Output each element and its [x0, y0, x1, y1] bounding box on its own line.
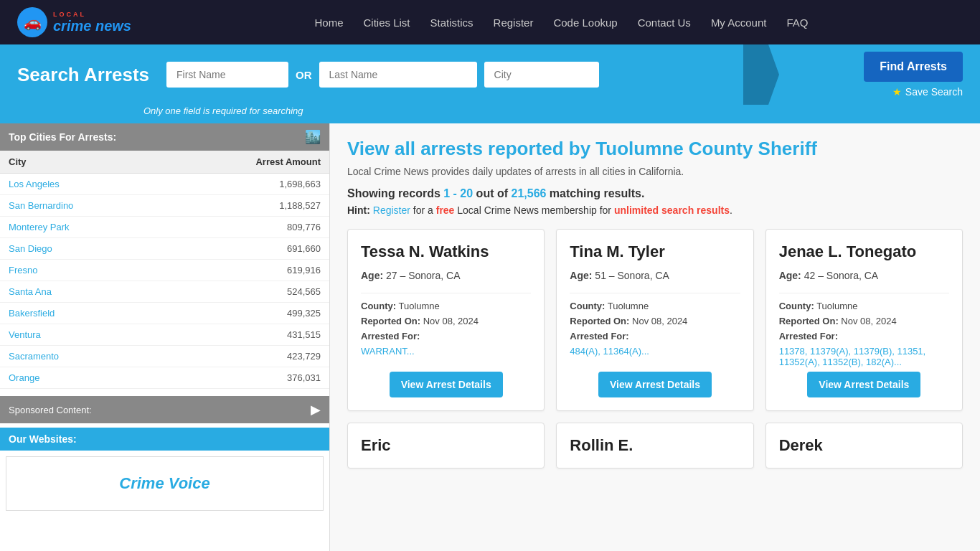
logo-local-text: LOCAL	[53, 11, 131, 18]
card-1-county: County: Tuolumne	[570, 301, 740, 311]
card-2-age: Age: 42 – Sonora, CA	[779, 270, 949, 281]
table-row: Los Angeles 1,698,663	[0, 174, 329, 195]
nav-home[interactable]: Home	[315, 17, 344, 29]
partial-2-name: Derek	[779, 436, 949, 455]
table-row: San Diego 691,660	[0, 238, 329, 260]
city-link[interactable]: Orange	[9, 372, 39, 383]
arrest-card-partial-1: Rollin E.	[556, 423, 753, 468]
city-link[interactable]: Sacramento	[9, 351, 59, 362]
partial-1-name: Rollin E.	[570, 436, 740, 455]
logo-brand-text: crime news	[53, 18, 131, 34]
card-1-arrested: Arrested For:	[570, 331, 740, 342]
table-row: Bakersfield 499,325	[0, 303, 329, 324]
nav-statistics[interactable]: Statistics	[430, 17, 473, 29]
arrest-col-header: Arrest Amount	[164, 151, 329, 174]
last-name-input[interactable]	[319, 62, 477, 88]
city-link[interactable]: Monterey Park	[9, 222, 70, 232]
save-search-label: Save Search	[905, 86, 963, 98]
arrow-divider	[743, 44, 779, 105]
card-1-age: Age: 51 – Sonora, CA	[570, 270, 740, 281]
city-link[interactable]: Santa Ana	[9, 286, 52, 297]
card-1-btn[interactable]: View Arrest Details	[598, 372, 712, 397]
card-0-btn[interactable]: View Arrest Details	[390, 372, 503, 397]
card-1-name: Tina M. Tyler	[570, 242, 740, 261]
nav-contact-us[interactable]: Contact Us	[638, 17, 691, 29]
city-input[interactable]	[484, 62, 599, 88]
table-row: Fresno 619,916	[0, 260, 329, 281]
table-row: Ventura 431,515	[0, 324, 329, 346]
crime-voice-box[interactable]: Crime Voice	[6, 456, 324, 511]
city-link[interactable]: Fresno	[9, 265, 37, 276]
star-icon: ★	[892, 86, 902, 98]
sidebar: Top Cities For Arrests: 🏙️ City Arrest A…	[0, 123, 330, 551]
or-label: OR	[296, 69, 312, 81]
card-2-county: County: Tuolumne	[779, 301, 949, 311]
subtitle: Local Crime News provides daily updates …	[347, 166, 963, 177]
results-count: 21,566	[511, 187, 546, 199]
main-layout: Top Cities For Arrests: 🏙️ City Arrest A…	[0, 123, 980, 551]
arrest-card-partial-0: Eric	[347, 423, 545, 468]
card-0-charges[interactable]: WARRANT...	[361, 346, 531, 357]
nav-my-account[interactable]: My Account	[711, 17, 767, 29]
nav-faq[interactable]: FAQ	[786, 17, 808, 29]
table-row: Orange 376,031	[0, 367, 329, 389]
card-2-btn[interactable]: View Arrest Details	[807, 372, 920, 397]
cards-row-1: Tessa N. Watkins Age: 27 – Sonora, CA Co…	[347, 229, 963, 411]
main-content: View all arrests reported by Tuolumne Co…	[330, 123, 980, 551]
register-link[interactable]: Register	[373, 204, 410, 216]
card-0-name: Tessa N. Watkins	[361, 242, 531, 261]
card-2-reported: Reported On: Nov 08, 2024	[779, 316, 949, 326]
card-2-name: Jenae L. Tonegato	[779, 242, 949, 261]
table-row: San Bernardino 1,188,527	[0, 195, 329, 217]
our-websites-header: Our Websites:	[0, 428, 329, 451]
arrest-card-partial-2: Derek	[765, 423, 963, 468]
top-cities-header: Top Cities For Arrests: 🏙️	[0, 123, 329, 151]
city-col-header: City	[0, 151, 164, 174]
city-link[interactable]: San Bernardino	[9, 200, 73, 211]
card-2-arrested: Arrested For:	[779, 331, 949, 342]
card-1-charges[interactable]: 484(A), 11364(A)...	[570, 346, 740, 357]
city-link[interactable]: Ventura	[9, 329, 41, 340]
arrest-card-1: Tina M. Tyler Age: 51 – Sonora, CA Count…	[556, 229, 753, 411]
card-2-charges[interactable]: 11378, 11379(A), 11379(B), 11351, 11352(…	[779, 346, 949, 367]
first-name-input[interactable]	[166, 62, 288, 88]
sponsored-section: Sponsored Content: ▶	[0, 396, 329, 423]
table-row: Santa Ana 524,565	[0, 281, 329, 303]
logo[interactable]: 🚗 LOCAL crime news	[17, 7, 131, 37]
find-arrests-button[interactable]: Find Arrests	[864, 52, 963, 82]
our-websites-label: Our Websites:	[9, 433, 77, 445]
cards-row-2: Eric Rollin E. Derek	[347, 423, 963, 468]
card-0-age: Age: 27 – Sonora, CA	[361, 270, 531, 281]
search-title: Search Arrests	[17, 64, 149, 86]
nav-links: Home Cities List Statistics Register Cod…	[160, 17, 963, 29]
play-icon[interactable]: ▶	[311, 402, 321, 418]
arrest-card-0: Tessa N. Watkins Age: 27 – Sonora, CA Co…	[347, 229, 545, 411]
arrest-card-2: Jenae L. Tonegato Age: 42 – Sonora, CA C…	[765, 229, 963, 411]
city-link[interactable]: San Diego	[9, 243, 52, 254]
results-range: 1 - 20	[443, 187, 473, 199]
partial-0-name: Eric	[361, 436, 531, 455]
card-1-reported: Reported On: Nov 08, 2024	[570, 316, 740, 326]
city-icon: 🏙️	[305, 129, 321, 145]
nav-register[interactable]: Register	[494, 17, 534, 29]
nav-code-lookup[interactable]: Code Lookup	[553, 17, 617, 29]
card-0-reported: Reported On: Nov 08, 2024	[361, 316, 531, 326]
card-0-arrested: Arrested For:	[361, 331, 531, 342]
search-bar: Search Arrests OR Find Arrests ★ Save Se…	[0, 44, 980, 105]
hint-line: Hint: Register for a free Local Crime Ne…	[347, 204, 963, 216]
table-row: Monterey Park 809,776	[0, 217, 329, 238]
search-hint: Only one field is required for searching	[0, 105, 980, 123]
crime-voice-name: Crime Voice	[119, 474, 209, 492]
table-row: Sacramento 423,729	[0, 346, 329, 367]
results-summary: Showing records 1 - 20 out of 21,566 mat…	[347, 187, 963, 200]
page-title: View all arrests reported by Tuolumne Co…	[347, 138, 963, 160]
nav-cities-list[interactable]: Cities List	[364, 17, 410, 29]
top-cities-label: Top Cities For Arrests:	[9, 131, 116, 143]
top-navigation: 🚗 LOCAL crime news Home Cities List Stat…	[0, 0, 980, 44]
card-0-county: County: Tuolumne	[361, 301, 531, 311]
save-search-link[interactable]: ★ Save Search	[892, 86, 963, 98]
city-link[interactable]: Los Angeles	[9, 179, 60, 189]
city-link[interactable]: Bakersfield	[9, 308, 55, 319]
sponsored-label: Sponsored Content:	[9, 405, 92, 415]
logo-icon: 🚗	[17, 7, 47, 37]
